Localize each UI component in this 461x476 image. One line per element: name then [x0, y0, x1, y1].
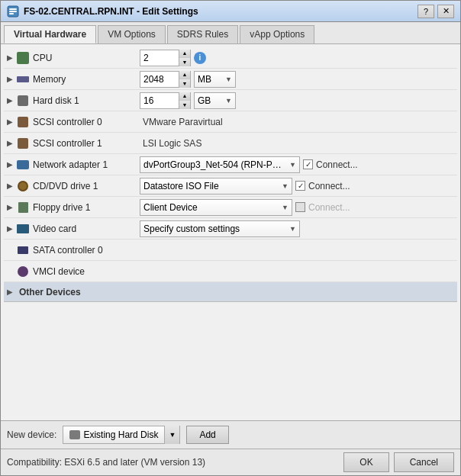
video-card-expand[interactable]: ▶ — [7, 224, 16, 233]
network-1-row: ▶ Network adapter 1 dvPortGroup3_Net-504… — [4, 154, 457, 175]
scsi-1-icon — [16, 137, 30, 150]
scsi-0-label: SCSI controller 0 — [33, 117, 140, 127]
network-1-connect-label: Connect... — [316, 159, 358, 170]
floppy-1-label: Floppy drive 1 — [33, 202, 140, 213]
video-card-select-value: Specify custom settings — [143, 224, 240, 234]
hard-disk-unit-select[interactable]: GB ▼ — [194, 92, 236, 109]
memory-input[interactable] — [140, 72, 179, 87]
network-1-connect-area: Connect... — [303, 159, 358, 170]
cancel-button[interactable]: Cancel — [394, 452, 454, 472]
scsi-1-row: ▶ SCSI controller 1 LSI Logic SAS — [4, 133, 457, 154]
edit-settings-window: FS-02.CENTRAL.RPN.INT - Edit Settings ? … — [0, 0, 461, 476]
network-1-value: dvPortGroup3_Net-504 (RPN-PROC ▼ Connect… — [140, 156, 454, 173]
hard-disk-spin-up[interactable]: ▲ — [179, 92, 190, 101]
scsi-1-expand[interactable]: ▶ — [7, 139, 16, 147]
cpu-input-wrap[interactable]: ▲ ▼ — [140, 50, 191, 66]
sata-0-label: SATA controller 0 — [33, 245, 140, 256]
tab-sdrs-rules[interactable]: SDRS Rules — [167, 25, 238, 43]
new-device-select-arrow[interactable]: ▼ — [164, 426, 179, 444]
network-1-connect-checkbox[interactable] — [303, 159, 313, 169]
hdd-small-icon — [69, 430, 80, 439]
memory-expand[interactable]: ▶ — [7, 75, 16, 83]
scsi-0-text: VMware Paravirtual — [140, 115, 226, 129]
other-devices-header[interactable]: ▶ Other Devices — [4, 282, 457, 302]
cdvdrom-1-select-value: Datastore ISO File — [143, 181, 219, 191]
cpu-value: ▲ ▼ i — [140, 50, 454, 66]
hard-disk-label: Hard disk 1 — [33, 95, 140, 106]
video-card-select[interactable]: Specify custom settings ▼ — [140, 220, 300, 237]
floppy-1-connect-area: Connect... — [295, 202, 350, 213]
cdvdrom-1-connect-checkbox[interactable] — [295, 181, 305, 191]
add-button[interactable]: Add — [186, 426, 228, 444]
cpu-label: CPU — [33, 53, 140, 63]
floppy-1-row: ▶ Floppy drive 1 Client Device ▼ Connect… — [4, 197, 457, 218]
cpu-input[interactable] — [140, 50, 179, 66]
close-button[interactable]: ✕ — [437, 5, 454, 18]
memory-unit-arrow: ▼ — [225, 76, 232, 83]
floppy-1-expand[interactable]: ▶ — [7, 203, 16, 211]
vmci-label: VMCI device — [33, 266, 140, 277]
memory-row: ▶ Memory ▲ ▼ MB ▼ — [4, 69, 457, 90]
new-device-bar: New device: Existing Hard Disk ▼ Add — [1, 420, 460, 449]
scsi-0-icon — [16, 115, 30, 129]
vmci-icon — [16, 265, 30, 278]
memory-label: Memory — [33, 74, 140, 85]
floppy-1-select-arrow: ▼ — [282, 204, 289, 211]
hard-disk-1-row: ▶ Hard disk 1 ▲ ▼ GB ▼ — [4, 90, 457, 111]
new-device-select[interactable]: Existing Hard Disk ▼ — [63, 426, 180, 444]
floppy-1-connect-label: Connect... — [308, 202, 350, 213]
memory-spin-down[interactable]: ▼ — [179, 79, 190, 88]
scsi-1-value: LSI Logic SAS — [140, 137, 454, 150]
floppy-1-value: Client Device ▼ Connect... — [140, 199, 454, 216]
vmci-row: ▶ VMCI device — [4, 261, 457, 282]
cdvdrom-1-expand[interactable]: ▶ — [7, 182, 16, 190]
cpu-spin-down[interactable]: ▼ — [179, 58, 190, 66]
tab-virtual-hardware[interactable]: Virtual Hardware — [4, 25, 96, 43]
hard-disk-value: ▲ ▼ GB ▼ — [140, 92, 454, 109]
cdvdrom-1-label: CD/DVD drive 1 — [33, 181, 140, 191]
cdvdrom-1-connect-area: Connect... — [295, 181, 350, 191]
hard-disk-expand[interactable]: ▶ — [7, 96, 16, 105]
video-card-value: Specify custom settings ▼ — [140, 220, 454, 237]
hard-disk-spin-down[interactable]: ▼ — [179, 101, 190, 109]
floppy-1-select-value: Client Device — [143, 202, 198, 213]
other-devices-expand[interactable]: ▶ — [7, 288, 16, 296]
network-1-expand[interactable]: ▶ — [7, 160, 16, 169]
floppy-1-select[interactable]: Client Device ▼ — [140, 199, 292, 216]
scsi-1-label: SCSI controller 1 — [33, 138, 140, 149]
window-icon — [7, 5, 19, 18]
help-button[interactable]: ? — [417, 5, 434, 18]
cdvdrom-1-select[interactable]: Datastore ISO File ▼ — [140, 178, 292, 195]
sata-0-row: ▶ SATA controller 0 — [4, 240, 457, 261]
title-buttons: ? ✕ — [417, 5, 454, 18]
scsi-0-expand[interactable]: ▶ — [7, 117, 16, 126]
hard-disk-input[interactable] — [140, 93, 179, 108]
network-1-select[interactable]: dvPortGroup3_Net-504 (RPN-PROC ▼ — [140, 156, 300, 173]
hard-disk-input-wrap[interactable]: ▲ ▼ — [140, 92, 191, 109]
memory-input-wrap[interactable]: ▲ ▼ — [140, 71, 191, 88]
hard-disk-unit-value: GB — [198, 95, 211, 106]
cpu-spin-up[interactable]: ▲ — [179, 50, 190, 58]
network-1-icon — [16, 158, 30, 172]
cpu-expand[interactable]: ▶ — [7, 53, 16, 62]
cpu-info-icon[interactable]: i — [194, 52, 206, 64]
tab-vapp-options[interactable]: vApp Options — [240, 25, 314, 43]
memory-value: ▲ ▼ MB ▼ — [140, 71, 454, 88]
floppy-1-icon — [16, 201, 30, 214]
memory-spinner: ▲ ▼ — [179, 71, 190, 88]
scsi-0-row: ▶ SCSI controller 0 VMware Paravirtual — [4, 111, 457, 133]
cpu-icon — [16, 51, 30, 65]
memory-unit-select[interactable]: MB ▼ — [194, 71, 236, 88]
network-1-select-value: dvPortGroup3_Net-504 (RPN-PROC — [143, 159, 285, 170]
device-list: ▶ CPU ▲ ▼ i ▶ Memory — [1, 44, 460, 420]
network-1-select-arrow: ▼ — [289, 161, 296, 169]
tab-vm-options[interactable]: VM Options — [98, 25, 166, 43]
memory-spin-up[interactable]: ▲ — [179, 71, 190, 79]
compatibility-text: Compatibility: ESXi 6.5 and later (VM ve… — [7, 457, 205, 468]
svg-rect-3 — [9, 13, 14, 14]
scsi-0-value: VMware Paravirtual — [140, 115, 454, 129]
ok-button[interactable]: OK — [343, 452, 388, 472]
cpu-spinner: ▲ ▼ — [179, 50, 190, 66]
floppy-1-connect-checkbox[interactable] — [295, 202, 305, 212]
other-devices-label: Other Devices — [19, 287, 81, 298]
